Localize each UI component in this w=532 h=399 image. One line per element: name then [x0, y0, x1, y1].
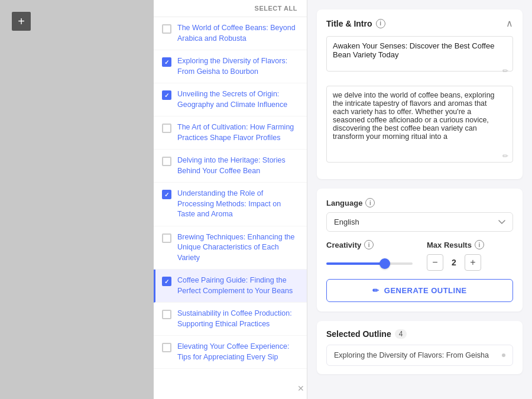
list-container: The World of Coffee Beans: Beyond Arabic… — [154, 17, 307, 399]
list-item-text: Understanding the Role of Processing Met… — [177, 189, 299, 220]
max-results-label: Max Results i — [427, 240, 513, 249]
list-item[interactable]: Elevating Your Coffee Experience: Tips f… — [154, 336, 307, 369]
body-textarea[interactable] — [326, 86, 513, 163]
title-edit-icon[interactable]: ✏ — [502, 67, 508, 75]
list-item-checkbox[interactable] — [162, 157, 171, 166]
settings-section: Language i EnglishSpanishFrenchGermanIta… — [317, 189, 523, 312]
outline-item-dot — [502, 353, 505, 357]
stepper-minus-button[interactable]: − — [427, 254, 443, 271]
body-edit-icon[interactable]: ✏ — [502, 152, 508, 160]
middle-panel: SELECT ALL The World of Coffee Beans: Be… — [154, 0, 307, 399]
right-panel: Title & Intro i ∧ ✏ ✏ Language i English… — [307, 0, 532, 399]
list-item-checkbox[interactable] — [162, 343, 171, 352]
creativity-label: Creativity i — [326, 240, 413, 249]
stepper-value: 2 — [448, 258, 460, 267]
list-item[interactable]: Delving into the Heritage: Stories Behin… — [154, 150, 307, 183]
title-textarea-wrapper: ✏ — [326, 36, 513, 80]
list-item[interactable]: The World of Coffee Beans: Beyond Arabic… — [154, 17, 307, 50]
stepper-plus-button[interactable]: + — [465, 254, 481, 271]
card-header: Title & Intro i ∧ — [326, 18, 513, 29]
list-item-checkbox[interactable] — [162, 124, 171, 133]
language-label: Language i — [326, 198, 513, 207]
outline-section: Selected Outline 4 Exploring the Diversi… — [317, 321, 523, 374]
list-item-text: Unveiling the Secrets of Origin: Geograp… — [177, 89, 299, 110]
list-item-text: Coffee Pairing Guide: Finding the Perfec… — [177, 275, 299, 296]
list-item-checkbox[interactable] — [162, 277, 171, 286]
left-panel: + — [0, 0, 154, 399]
max-results-group: Max Results i − 2 + — [427, 240, 513, 271]
list-item-checkbox[interactable] — [162, 190, 171, 199]
collapse-button[interactable]: ∧ — [506, 18, 513, 29]
stepper: − 2 + — [427, 254, 513, 271]
list-item[interactable]: The Art of Cultivation: How Farming Prac… — [154, 116, 307, 150]
list-item-text: The Art of Cultivation: How Farming Prac… — [177, 122, 299, 143]
list-item-text: Elevating Your Coffee Experience: Tips f… — [177, 342, 299, 362]
list-item-checkbox[interactable] — [162, 90, 171, 100]
list-item[interactable]: Sustainability in Coffee Production: Sup… — [154, 303, 307, 336]
close-scroll-icon[interactable]: ✕ — [297, 384, 304, 393]
generate-outline-button[interactable]: ✏ GENERATE OUTLINE — [326, 279, 513, 302]
generate-pencil-icon: ✏ — [372, 286, 379, 295]
list-item-text: Delving into the Heritage: Stories Behin… — [177, 155, 299, 176]
list-item[interactable]: Exploring the Diversity of Flavors: From… — [154, 50, 307, 83]
list-item-text: Brewing Techniques: Enhancing the Unique… — [177, 232, 299, 264]
body-textarea-wrapper: ✏ — [326, 86, 513, 165]
outline-title: Selected Outline — [326, 329, 391, 339]
creativity-slider[interactable] — [326, 262, 413, 265]
title-intro-info-icon[interactable]: i — [376, 19, 385, 28]
list-item-checkbox[interactable] — [162, 57, 171, 67]
title-intro-card: Title & Intro i ∧ ✏ ✏ — [317, 9, 523, 179]
list-item[interactable]: Understanding the Role of Processing Met… — [154, 183, 307, 226]
language-select[interactable]: EnglishSpanishFrenchGermanItalian — [326, 212, 513, 232]
controls-row: Creativity i Max Results i − 2 + — [326, 240, 513, 271]
list-item-text: Sustainability in Coffee Production: Sup… — [177, 309, 299, 329]
list-item-text: The World of Coffee Beans: Beyond Arabic… — [177, 23, 299, 44]
creativity-slider-wrapper — [326, 254, 413, 270]
outline-header: Selected Outline 4 — [326, 329, 513, 339]
outline-item-text: Exploring the Diversity of Flavors: From… — [334, 351, 497, 359]
list-item[interactable]: Coffee Pairing Guide: Finding the Perfec… — [154, 270, 307, 303]
list-item-text: Exploring the Diversity of Flavors: From… — [177, 56, 299, 77]
list-item[interactable]: Brewing Techniques: Enhancing the Unique… — [154, 226, 307, 270]
card-title: Title & Intro i — [326, 19, 385, 28]
creativity-info-icon[interactable]: i — [364, 240, 374, 249]
list-item-checkbox[interactable] — [162, 24, 171, 34]
language-info-icon[interactable]: i — [365, 198, 375, 207]
list-item-checkbox[interactable] — [162, 233, 171, 243]
select-all-bar[interactable]: SELECT ALL — [154, 0, 307, 17]
outline-item: Exploring the Diversity of Flavors: From… — [326, 345, 513, 366]
list-item-checkbox[interactable] — [162, 310, 171, 319]
title-textarea[interactable] — [326, 36, 513, 72]
max-results-info-icon[interactable]: i — [475, 240, 484, 249]
add-button[interactable]: + — [12, 12, 31, 31]
outline-badge: 4 — [395, 329, 407, 339]
creativity-group: Creativity i — [326, 240, 413, 270]
list-item[interactable]: Unveiling the Secrets of Origin: Geograp… — [154, 83, 307, 116]
